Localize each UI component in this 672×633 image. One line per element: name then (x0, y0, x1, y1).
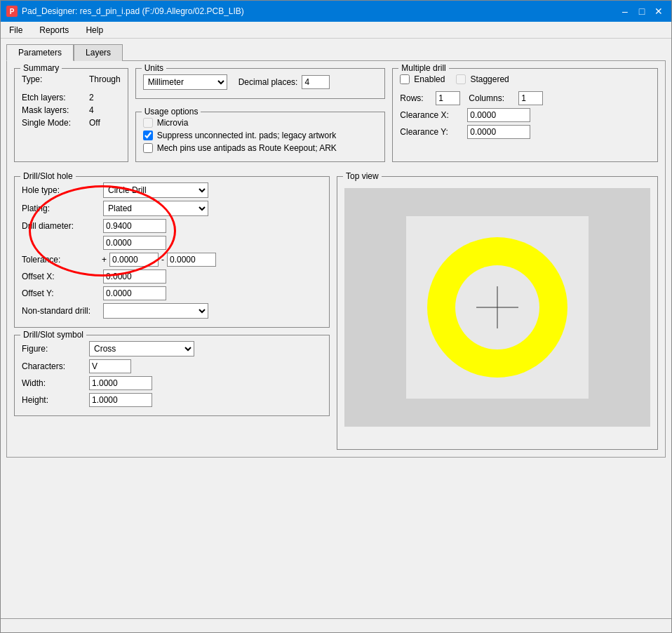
tab-bar: Parameters Layers (6, 44, 666, 61)
drill-diameter-label: Drill diameter: (22, 221, 99, 231)
pad-inner (455, 265, 539, 349)
tolerance-row: Tolerance: + - (22, 253, 322, 267)
unit-row: Millimeter Decimal places: (143, 74, 378, 90)
drill-symbol-group: Drill/Slot symbol Figure: Cross Square C… (14, 335, 330, 416)
characters-label: Characters: (22, 361, 85, 371)
singlemode-label: Single Mode: (22, 118, 85, 128)
symbol-height-row: Height: (22, 393, 322, 407)
type-value: Through (89, 74, 121, 84)
tab-parameters[interactable]: Parameters (6, 44, 74, 61)
tolerance-label: Tolerance: (22, 255, 99, 265)
usage-options-group: Usage options Microvia Suppress unconnec… (135, 112, 386, 162)
status-bar (1, 618, 671, 632)
suppress-row: Suppress unconnected int. pads; legacy a… (143, 131, 378, 140)
summary-group: Summary Type: Through Etch layers: 2 Mas… (14, 68, 128, 162)
clearance-x-input[interactable] (467, 108, 530, 122)
title-controls: – □ ✕ (618, 4, 666, 18)
columns-label: Columns: (469, 93, 514, 103)
crosshair-icon (476, 286, 518, 328)
tab-parameters-content: Summary Type: Through Etch layers: 2 Mas… (6, 60, 666, 458)
staggered-label: Staggered (470, 74, 509, 84)
mech-label: Mech pins use antipads as Route Keepout;… (157, 143, 337, 153)
symbol-height-label: Height: (22, 395, 85, 405)
type-label: Type: (22, 74, 85, 84)
top-row: Summary Type: Through Etch layers: 2 Mas… (14, 68, 658, 169)
hole-type-row: Hole type: Circle Drill Oval Slot Rectan… (22, 182, 322, 198)
drill-diameter-input[interactable] (103, 219, 166, 233)
nonstandard-row: Non-standard drill: (22, 303, 322, 319)
plating-row: Plating: Plated Non-Plated (22, 201, 322, 216)
tolerance-minus-sign: - (161, 255, 164, 265)
main-window: P Pad_Designer: res_d_pin_i.pad (F:/09.A… (0, 0, 672, 633)
tolerance-plus-sign: + (102, 255, 107, 265)
staggered-checkbox[interactable] (456, 74, 466, 84)
tab-layers[interactable]: Layers (74, 44, 123, 61)
title-bar: P Pad_Designer: res_d_pin_i.pad (F:/09.A… (1, 1, 671, 22)
pad-ring (427, 237, 567, 378)
menu-file[interactable]: File (6, 24, 25, 36)
unit-select[interactable]: Millimeter (143, 74, 227, 90)
suppress-checkbox[interactable] (143, 131, 153, 140)
menu-help[interactable]: Help (83, 24, 106, 36)
mech-checkbox[interactable] (143, 143, 153, 153)
units-group: Units Millimeter Decimal places: (135, 68, 386, 99)
singlemode-value: Off (89, 118, 100, 128)
enabled-checkbox[interactable] (400, 74, 410, 84)
symbol-width-row: Width: (22, 376, 322, 390)
top-view-title: Top view (343, 171, 382, 181)
etch-label: Etch layers: (22, 93, 85, 102)
offset-x-input[interactable] (103, 269, 166, 284)
maximize-button[interactable]: □ (635, 4, 649, 18)
clearance-y-label: Clearance Y: (400, 127, 463, 137)
offset-y-input[interactable] (103, 286, 166, 300)
hole-type-select[interactable]: Circle Drill Oval Slot Rectangle Slot (103, 182, 208, 198)
figure-row: Figure: Cross Square Circle X (22, 341, 322, 357)
characters-input[interactable] (89, 359, 131, 373)
decimal-label: Decimal places: (238, 77, 298, 87)
multiple-drill-group: Multiple drill Enabled Staggered Rows: C… (392, 68, 658, 162)
microvia-label: Microvia (157, 118, 189, 128)
clearance-y-row: Clearance Y: (400, 125, 650, 139)
etch-value: 2 (89, 93, 94, 102)
app-icon: P (6, 6, 18, 17)
rows-input[interactable] (436, 91, 460, 105)
symbol-width-input[interactable] (89, 376, 152, 390)
drill-hole-title: Drill/Slot hole (20, 171, 76, 181)
menubar: File Reports Help (1, 22, 671, 39)
offset-y-label: Offset Y: (22, 288, 99, 298)
summary-title: Summary (20, 63, 62, 73)
main-section: Drill/Slot hole Hole type: Circle Drill … (14, 176, 658, 450)
content-area: Parameters Layers Summary Type: Through … (1, 39, 671, 618)
close-button[interactable]: ✕ (652, 4, 666, 18)
pad-visual (406, 216, 589, 399)
columns-input[interactable] (518, 91, 543, 105)
symbol-width-label: Width: (22, 378, 85, 388)
rows-label: Rows: (400, 93, 431, 103)
figure-select[interactable]: Cross Square Circle X (89, 341, 194, 357)
tolerance-minus-input[interactable] (167, 253, 216, 267)
clearance-y-input[interactable] (467, 125, 530, 139)
usage-options-title: Usage options (142, 107, 201, 116)
enabled-row: Enabled Staggered (400, 74, 650, 84)
clearance-x-row: Clearance X: (400, 108, 650, 122)
left-section: Drill/Slot hole Hole type: Circle Drill … (14, 176, 330, 450)
drill-diameter2-input[interactable] (103, 236, 166, 250)
decimal-input[interactable] (302, 75, 330, 89)
offset-y-row: Offset Y: (22, 286, 322, 300)
etch-row: Etch layers: 2 (22, 93, 121, 102)
characters-row: Characters: (22, 359, 322, 373)
rows-columns-row: Rows: Columns: (400, 91, 650, 105)
hole-type-label: Hole type: (22, 185, 99, 195)
clearance-x-label: Clearance X: (400, 110, 463, 120)
minimize-button[interactable]: – (618, 4, 632, 18)
suppress-label: Suppress unconnected int. pads; legacy a… (157, 131, 336, 140)
drill-diameter-row: Drill diameter: (22, 219, 322, 233)
plating-select[interactable]: Plated Non-Plated (103, 201, 208, 216)
nonstandard-select[interactable] (103, 303, 208, 319)
symbol-height-input[interactable] (89, 393, 152, 407)
microvia-checkbox[interactable] (143, 118, 153, 128)
type-row: Type: Through (22, 74, 121, 84)
tolerance-plus-input[interactable] (109, 253, 159, 267)
menu-reports[interactable]: Reports (36, 24, 72, 36)
figure-label: Figure: (22, 344, 85, 354)
